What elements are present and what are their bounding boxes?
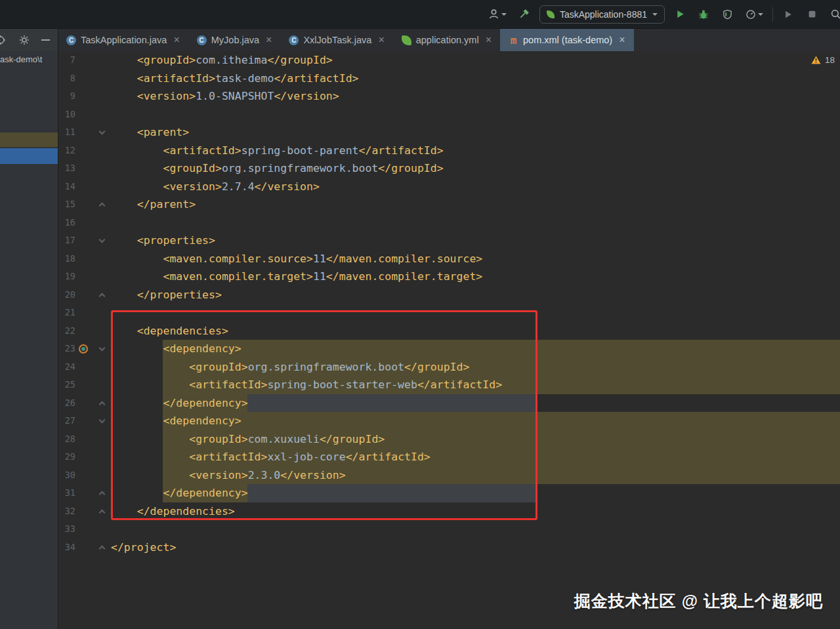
inspections-widget[interactable]: 18: [811, 55, 835, 65]
line-number[interactable]: 32: [58, 502, 75, 521]
line-number[interactable]: 17: [58, 232, 75, 250]
line-number[interactable]: 22: [58, 322, 75, 340]
gear-icon[interactable]: [19, 35, 30, 45]
line-number[interactable]: 29: [58, 448, 75, 466]
gutter-icon[interactable]: [79, 344, 88, 354]
code-line-26[interactable]: 26 </dependency>: [58, 394, 840, 413]
close-icon[interactable]: ×: [619, 35, 625, 45]
code-line-12[interactable]: 12 <artifactId>spring-boot-parent</artif…: [58, 142, 840, 160]
line-number[interactable]: 33: [58, 520, 75, 538]
fold-collapse-icon[interactable]: [99, 129, 106, 135]
close-icon[interactable]: ×: [173, 35, 179, 45]
code-line-27[interactable]: 27 <dependency>: [58, 412, 840, 430]
code-line-17[interactable]: 17 <properties>: [58, 232, 840, 250]
code-line-33[interactable]: 33: [58, 520, 840, 538]
close-icon[interactable]: ×: [266, 35, 272, 45]
hide-panel-icon[interactable]: [41, 39, 50, 41]
line-number[interactable]: 31: [58, 484, 75, 502]
code-line-9[interactable]: 9 <version>1.0-SNAPSHOT</version>: [58, 87, 840, 106]
code-line-7[interactable]: 7 <groupId>com.itheima</groupId>: [58, 51, 840, 70]
code-line-30[interactable]: 30 <version>2.3.0</version>: [58, 466, 840, 485]
fold-collapse-icon[interactable]: [99, 417, 106, 424]
code-line-25[interactable]: 25 <artifactId>spring-boot-starter-web</…: [58, 376, 840, 394]
line-number[interactable]: 12: [58, 142, 75, 160]
close-icon[interactable]: ×: [486, 35, 492, 45]
tab-xxljobtask.java[interactable]: CXxlJobTask.java×: [280, 29, 392, 51]
line-number[interactable]: 10: [58, 106, 75, 124]
line-number[interactable]: 24: [58, 358, 75, 376]
fold-end-icon[interactable]: [99, 203, 106, 209]
line-number[interactable]: 25: [58, 376, 75, 394]
code-line-18[interactable]: 18 <maven.compiler.source>11</maven.comp…: [58, 250, 840, 268]
tab-pom.xml-task-demo-[interactable]: mpom.xml (task-demo)×: [500, 29, 634, 51]
line-number[interactable]: 23: [58, 340, 75, 358]
build-project-button[interactable]: [516, 6, 533, 23]
line-number[interactable]: 21: [58, 304, 75, 322]
code-line-19[interactable]: 19 <maven.compiler.target>11</maven.comp…: [58, 268, 840, 286]
line-number[interactable]: 8: [58, 70, 75, 88]
line-number[interactable]: 14: [58, 178, 75, 196]
line-number[interactable]: 13: [58, 159, 75, 178]
fold-end-icon[interactable]: [99, 293, 106, 299]
line-number[interactable]: 20: [58, 286, 75, 304]
code-line-21[interactable]: 21: [58, 304, 840, 322]
fold-collapse-icon[interactable]: [99, 237, 106, 243]
tab-taskapplication.java[interactable]: CTaskApplication.java×: [58, 29, 188, 51]
code-line-22[interactable]: 22 <dependencies>: [58, 322, 840, 340]
project-panel-sliver[interactable]: ask-demo\t: [0, 51, 58, 629]
run-config-selector[interactable]: TaskApplication-8881: [539, 5, 665, 24]
line-number[interactable]: 30: [58, 466, 75, 485]
code-line-34[interactable]: 34</project>: [58, 538, 840, 557]
code-line-10[interactable]: 10: [58, 106, 840, 124]
code-line-14[interactable]: 14 <version>2.7.4</version>: [58, 178, 840, 196]
line-number[interactable]: 28: [58, 430, 75, 449]
code-line-28[interactable]: 28 <groupId>com.xuxueli</groupId>: [58, 430, 840, 449]
fold-end-icon[interactable]: [99, 545, 106, 552]
fold-end-icon[interactable]: [99, 491, 106, 498]
debug-button[interactable]: [695, 6, 712, 23]
line-number[interactable]: 18: [58, 250, 75, 268]
search-everywhere-button[interactable]: [827, 6, 840, 23]
run-with-coverage-button[interactable]: [719, 6, 736, 23]
code-line-8[interactable]: 8 <artifactId>task-demo</artifactId>: [58, 70, 840, 88]
code-line-20[interactable]: 20 </properties>: [58, 286, 840, 304]
code-line-31[interactable]: 31 </dependency>: [58, 484, 840, 502]
code-line-15[interactable]: 15 </parent>: [58, 195, 840, 214]
fold-collapse-icon[interactable]: [99, 345, 106, 352]
locate-target-icon[interactable]: [0, 35, 6, 45]
code-line-32[interactable]: 32 </dependencies>: [58, 502, 840, 521]
code-line-24[interactable]: 24 <groupId>org.springframework.boot</gr…: [58, 358, 840, 376]
code-text: </properties>: [111, 286, 222, 304]
project-root-label: ask-demo\t: [0, 54, 42, 64]
line-number[interactable]: 7: [58, 51, 75, 70]
line-number[interactable]: 34: [58, 538, 75, 557]
spring-yaml-icon: [402, 35, 411, 45]
close-icon[interactable]: ×: [378, 35, 384, 45]
stop-button-disabled[interactable]: [803, 6, 820, 23]
fold-end-icon[interactable]: [99, 509, 106, 516]
code-line-16[interactable]: 16: [58, 214, 840, 232]
line-number[interactable]: 16: [58, 214, 75, 232]
code-line-13[interactable]: 13 <groupId>org.springframework.boot</gr…: [58, 159, 840, 178]
line-number[interactable]: 15: [58, 195, 75, 214]
line-number[interactable]: 27: [58, 412, 75, 430]
tab-myjob.java[interactable]: CMyJob.java×: [188, 29, 281, 51]
rerun-button-disabled[interactable]: [780, 6, 797, 23]
code-editor[interactable]: 7 <groupId>com.itheima</groupId>8 <artif…: [58, 51, 840, 629]
code-line-11[interactable]: 11 <parent>: [58, 123, 840, 142]
run-button[interactable]: [671, 6, 688, 23]
user-menu-button[interactable]: [486, 6, 509, 23]
line-number[interactable]: 11: [58, 123, 75, 142]
tab-application.yml[interactable]: application.yml×: [393, 29, 500, 51]
profiler-button[interactable]: [742, 6, 766, 23]
code-line-29[interactable]: 29 <artifactId>xxl-job-core</artifactId>: [58, 448, 840, 466]
panel-divider[interactable]: [58, 29, 58, 629]
line-number[interactable]: 9: [58, 87, 75, 106]
bug-icon: [698, 9, 709, 20]
code-line-23[interactable]: 23 <dependency>: [58, 340, 840, 358]
tree-row-highlighted[interactable]: [0, 132, 58, 147]
fold-end-icon[interactable]: [99, 401, 106, 407]
tree-row-selected[interactable]: [0, 148, 58, 164]
line-number[interactable]: 19: [58, 268, 75, 286]
line-number[interactable]: 26: [58, 394, 75, 413]
